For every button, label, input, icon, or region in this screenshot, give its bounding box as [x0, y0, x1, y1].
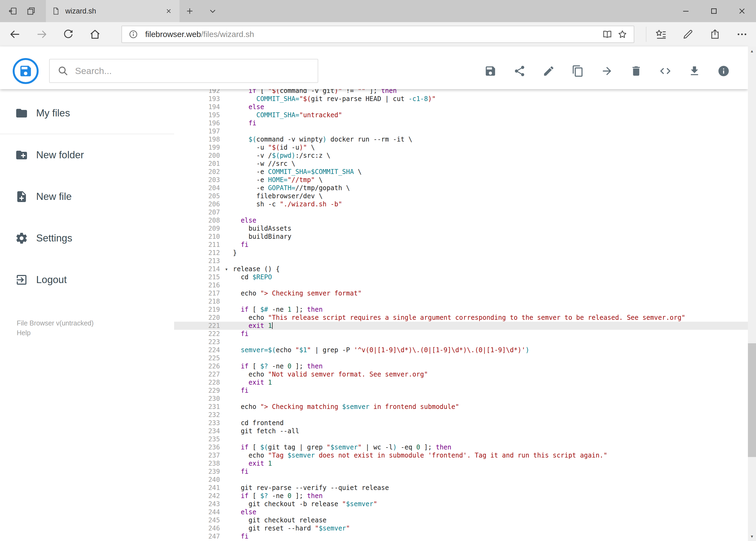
set-tabs-aside-button[interactable] — [7, 5, 19, 17]
code-line-202[interactable]: 202 -e COMMIT_SHA=$COMMIT_SHA \ — [174, 168, 748, 176]
code-line-196[interactable]: 196 fi — [174, 119, 748, 127]
code-line-201[interactable]: 201 -w //src \ — [174, 160, 748, 168]
tab-close-icon[interactable] — [164, 6, 173, 16]
code-line-228[interactable]: 228 exit 1 — [174, 378, 748, 386]
code-line-223[interactable]: 223 — [174, 338, 748, 346]
sidebar-item-new-folder[interactable]: New folder — [0, 134, 174, 176]
sidebar-item-new-file[interactable]: New file — [0, 176, 174, 218]
code-line-231[interactable]: 231 echo "> Checking matching $semver in… — [174, 403, 748, 411]
code-line-210[interactable]: 210 buildBinary — [174, 233, 748, 241]
fold-marker-icon[interactable]: ▾ — [220, 265, 233, 273]
code-line-225[interactable]: 225 — [174, 354, 748, 362]
code-line-198[interactable]: 198 $(command -v winpty) docker run --rm… — [174, 135, 748, 144]
code-line-217[interactable]: 217 echo "> Checking semver format" — [174, 289, 748, 297]
sidebar-item-settings[interactable]: Settings — [0, 218, 174, 259]
code-line-203[interactable]: 203 -e HOME="//tmp" \ — [174, 176, 748, 184]
code-line-195[interactable]: 195 COMMIT_SHA="untracked" — [174, 111, 748, 119]
scrollbar-thumb[interactable] — [748, 343, 756, 457]
save-button[interactable] — [481, 62, 500, 80]
code-line-197[interactable]: 197 — [174, 127, 748, 135]
code-line-232[interactable]: 232 — [174, 411, 748, 419]
scroll-up-arrow[interactable]: ▲ — [748, 46, 756, 56]
code-line-240[interactable]: 240 — [174, 476, 748, 484]
code-line-209[interactable]: 209 buildAssets — [174, 225, 748, 233]
refresh-button[interactable] — [56, 22, 81, 46]
code-line-205[interactable]: 205 filebrowser/dev \ — [174, 192, 748, 200]
code-line-247[interactable]: 247 fi — [174, 532, 748, 540]
code-line-236[interactable]: 236 if [ $(git tag | grep "$semver" | wc… — [174, 443, 748, 451]
tabs-set-aside-button[interactable] — [25, 5, 37, 17]
code-line-233[interactable]: 233 cd frontend — [174, 419, 748, 427]
new-tab-button[interactable] — [179, 0, 200, 22]
home-button[interactable] — [83, 22, 107, 46]
move-button[interactable] — [598, 62, 616, 80]
code-line-230[interactable]: 230 — [174, 395, 748, 403]
code-line-194[interactable]: 194 else — [174, 103, 748, 111]
delete-button[interactable] — [627, 62, 645, 80]
hub-favorites-icon[interactable] — [652, 25, 670, 44]
code-line-245[interactable]: 245 git checkout release — [174, 516, 748, 524]
code-line-213[interactable]: 213 — [174, 257, 748, 265]
show-tab-previews-button[interactable] — [202, 0, 223, 22]
code-line-224[interactable]: 224 semver=$(echo "$1" | grep -P '^v(0|[… — [174, 346, 748, 354]
code-line-211[interactable]: 211 fi — [174, 241, 748, 249]
code-line-226[interactable]: 226 if [ $? -ne 0 ]; then — [174, 362, 748, 370]
share-page-icon[interactable] — [706, 25, 724, 44]
code-line-246[interactable]: 246 git reset --hard "$semver" — [174, 524, 748, 532]
code-line-222[interactable]: 222 fi — [174, 330, 748, 338]
code-line-244[interactable]: 244 else — [174, 508, 748, 516]
add-favorite-star-icon[interactable] — [615, 27, 630, 42]
maximize-button[interactable] — [700, 0, 728, 22]
back-button[interactable] — [3, 22, 27, 46]
code-line-199[interactable]: 199 -u "$(id -u)" \ — [174, 144, 748, 152]
app-logo[interactable] — [13, 58, 39, 84]
code-line-227[interactable]: 227 echo "Not valid semver format. See s… — [174, 370, 748, 378]
code-line-215[interactable]: 215 cd $REPO — [174, 273, 748, 281]
code-line-206[interactable]: 206 sh -c "./wizard.sh -b" — [174, 200, 748, 208]
code-line-207[interactable]: 207 — [174, 208, 748, 216]
sidebar-item-my-files[interactable]: My files — [0, 93, 174, 134]
code-button[interactable] — [656, 62, 674, 80]
code-line-221[interactable]: 221 exit 1 — [174, 322, 748, 330]
page-scrollbar[interactable]: ▲ ▼ — [748, 46, 756, 541]
code-line-229[interactable]: 229 fi — [174, 386, 748, 395]
code-line-243[interactable]: 243 git checkout -b release "$semver" — [174, 500, 748, 508]
address-bar[interactable]: filebrowser.web/files/wizard.sh — [122, 26, 634, 43]
code-editor[interactable]: 192 if [ "$(command -v git)" != "" ]; th… — [174, 89, 748, 541]
code-line-192[interactable]: 192 if [ "$(command -v git)" != "" ]; th… — [174, 89, 748, 95]
forward-button[interactable] — [30, 22, 54, 46]
code-line-219[interactable]: 219 if [ $# -ne 1 ]; then — [174, 305, 748, 313]
help-link[interactable]: Help — [17, 328, 94, 337]
code-line-235[interactable]: 235 — [174, 435, 748, 443]
code-line-214[interactable]: 214▾release () { — [174, 265, 748, 273]
code-line-218[interactable]: 218 — [174, 297, 748, 305]
edit-button[interactable] — [540, 62, 558, 80]
code-line-239[interactable]: 239 fi — [174, 467, 748, 476]
code-line-237[interactable]: 237 echo "Tag $semver does not exist in … — [174, 451, 748, 459]
browser-tab[interactable]: wizard.sh — [46, 0, 179, 22]
reading-view-icon[interactable] — [600, 27, 615, 42]
sidebar-item-logout[interactable]: Logout — [0, 259, 174, 300]
close-window-button[interactable] — [728, 0, 756, 22]
site-info-icon[interactable] — [126, 27, 141, 42]
code-line-216[interactable]: 216 — [174, 281, 748, 289]
code-line-208[interactable]: 208 else — [174, 216, 748, 225]
minimize-button[interactable] — [672, 0, 700, 22]
code-line-220[interactable]: 220 echo "This release script requires a… — [174, 313, 748, 322]
code-line-212[interactable]: 212} — [174, 249, 748, 257]
copy-button[interactable] — [569, 62, 587, 80]
download-button[interactable] — [685, 62, 704, 80]
share-button[interactable] — [510, 62, 529, 80]
annotate-pen-icon[interactable] — [679, 25, 697, 44]
code-line-204[interactable]: 204 -e GOPATH=//tmp/gopath \ — [174, 184, 748, 192]
code-line-200[interactable]: 200 -v /$(pwd):/src:z \ — [174, 152, 748, 160]
code-line-242[interactable]: 242 if [ $? -ne 0 ]; then — [174, 492, 748, 500]
code-line-238[interactable]: 238 exit 1 — [174, 459, 748, 467]
search-input[interactable] — [75, 66, 310, 76]
scroll-down-arrow[interactable]: ▼ — [748, 532, 756, 541]
code-line-193[interactable]: 193 COMMIT_SHA="$(git rev-parse HEAD | c… — [174, 95, 748, 103]
more-options-icon[interactable] — [733, 25, 751, 44]
code-line-234[interactable]: 234 git fetch --all — [174, 427, 748, 435]
info-button[interactable] — [714, 62, 733, 80]
code-line-241[interactable]: 241 git rev-parse --verify --quiet relea… — [174, 484, 748, 492]
